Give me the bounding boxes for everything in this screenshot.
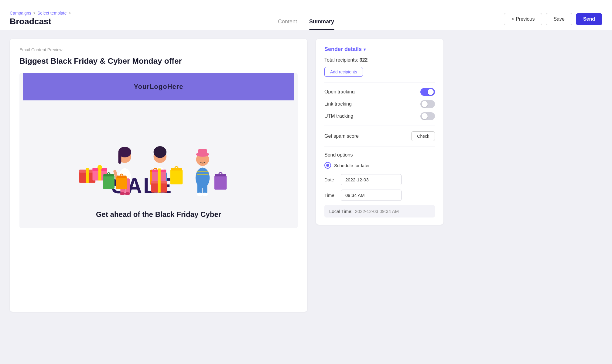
header: Campaigns > Select template > Broadcast … xyxy=(0,0,612,30)
date-input[interactable] xyxy=(341,174,402,185)
email-logo-text: YourLogoHere xyxy=(134,83,183,91)
link-tracking-row: Link tracking xyxy=(324,100,435,108)
time-label: Time xyxy=(324,193,337,198)
local-time-label: Local Time: xyxy=(329,209,353,214)
local-time-row: Local Time: 2022-12-03 09:34 AM xyxy=(324,205,435,217)
divider-1 xyxy=(324,82,435,83)
link-tracking-label: Link tracking xyxy=(324,101,352,107)
svg-point-8 xyxy=(97,165,102,170)
tab-content[interactable]: Content xyxy=(278,19,297,30)
header-tabs: Content Summary xyxy=(278,19,334,30)
link-tracking-thumb xyxy=(422,101,428,107)
send-options-title: Send options xyxy=(324,152,435,158)
sale-illustration: SALE xyxy=(19,100,298,204)
tab-summary[interactable]: Summary xyxy=(309,19,334,30)
logo-bold: Here xyxy=(167,83,183,90)
email-footer-heading: Get ahead of the Black Friday Cyber xyxy=(19,204,298,228)
svg-point-46 xyxy=(197,193,203,196)
sender-title-text: Sender details xyxy=(324,46,362,52)
time-input[interactable] xyxy=(341,190,402,201)
svg-point-13 xyxy=(125,192,130,195)
email-subject: Biggest Black Friday & Cyber Monday offe… xyxy=(19,56,298,66)
svg-rect-40 xyxy=(198,149,207,155)
svg-rect-49 xyxy=(215,174,226,177)
svg-rect-4 xyxy=(86,168,89,183)
svg-rect-21 xyxy=(117,176,127,178)
open-tracking-toggle[interactable] xyxy=(420,88,435,96)
svg-point-23 xyxy=(154,146,167,158)
link-tracking-toggle[interactable] xyxy=(420,100,435,108)
recipients-row: Total recipients: 322 xyxy=(324,57,435,63)
save-button[interactable]: Save xyxy=(546,13,572,25)
previous-button[interactable]: < Previous xyxy=(504,13,542,25)
divider-2 xyxy=(324,126,435,126)
svg-rect-16 xyxy=(118,152,121,164)
utm-tracking-toggle[interactable] xyxy=(420,112,435,120)
header-left: Campaigns > Select template > Broadcast xyxy=(10,11,71,30)
utm-tracking-label: UTM tracking xyxy=(324,113,353,119)
svg-point-47 xyxy=(202,193,208,196)
header-actions: < Previous Save Send xyxy=(504,13,602,30)
svg-rect-19 xyxy=(103,174,114,177)
email-preview-label: Email Content Preview xyxy=(19,47,298,52)
svg-rect-45 xyxy=(203,181,207,194)
recipients-count: 322 xyxy=(360,57,368,62)
open-tracking-row: Open tracking xyxy=(324,88,435,96)
email-preview-card: Email Content Preview Biggest Black Frid… xyxy=(10,39,307,312)
svg-rect-37 xyxy=(158,168,161,181)
logo-normal: YourLogo xyxy=(134,83,167,90)
svg-rect-44 xyxy=(197,181,202,194)
breadcrumb-sep1: > xyxy=(33,11,36,15)
svg-rect-42 xyxy=(197,171,209,172)
svg-rect-34 xyxy=(158,179,161,193)
utm-tracking-thumb xyxy=(422,113,428,119)
breadcrumb-select-template[interactable]: Select template xyxy=(37,11,67,15)
breadcrumb: Campaigns > Select template > xyxy=(10,11,71,15)
sender-details: Sender details ▾ Total recipients: 322 A… xyxy=(316,39,443,225)
svg-rect-28 xyxy=(170,170,183,184)
open-tracking-label: Open tracking xyxy=(324,89,355,95)
page-title: Broadcast xyxy=(10,17,71,26)
spam-score-label: Get spam score xyxy=(324,133,359,139)
utm-tracking-row: UTM tracking xyxy=(324,112,435,120)
send-button[interactable]: Send xyxy=(576,13,602,25)
breadcrumb-campaigns[interactable]: Campaigns xyxy=(10,11,31,15)
add-recipients-button[interactable]: Add recipients xyxy=(324,67,363,77)
recipients-label: Total recipients: 322 xyxy=(324,57,368,63)
schedule-radio[interactable] xyxy=(324,162,331,169)
spam-score-row: Get spam score Check xyxy=(324,131,435,141)
svg-point-12 xyxy=(120,192,125,195)
svg-rect-48 xyxy=(214,176,227,190)
date-row: Date xyxy=(324,174,435,185)
check-button[interactable]: Check xyxy=(411,131,435,141)
divider-3 xyxy=(324,147,435,147)
email-logo-bar: YourLogoHere xyxy=(23,73,294,100)
sale-svg: SALE xyxy=(70,110,247,201)
schedule-label: Schedule for later xyxy=(334,163,370,168)
local-time-value: 2022-12-03 09:34 AM xyxy=(355,209,399,214)
right-panel: Sender details ▾ Total recipients: 322 A… xyxy=(316,39,443,225)
date-label: Date xyxy=(324,177,337,182)
svg-rect-29 xyxy=(171,168,182,171)
breadcrumb-sep2: > xyxy=(69,11,71,15)
chevron-down-icon: ▾ xyxy=(364,47,366,52)
main-content: Email Content Preview Biggest Black Frid… xyxy=(0,30,612,320)
svg-rect-18 xyxy=(103,176,115,189)
svg-rect-43 xyxy=(197,174,209,175)
schedule-radio-row[interactable]: Schedule for later xyxy=(324,162,435,169)
svg-rect-20 xyxy=(116,177,127,190)
radio-selected-indicator xyxy=(326,164,329,167)
sender-details-title[interactable]: Sender details ▾ xyxy=(324,46,435,52)
open-tracking-thumb xyxy=(428,89,434,95)
email-body: YourLogoHere SALE xyxy=(19,73,298,228)
time-row: Time xyxy=(324,190,435,201)
